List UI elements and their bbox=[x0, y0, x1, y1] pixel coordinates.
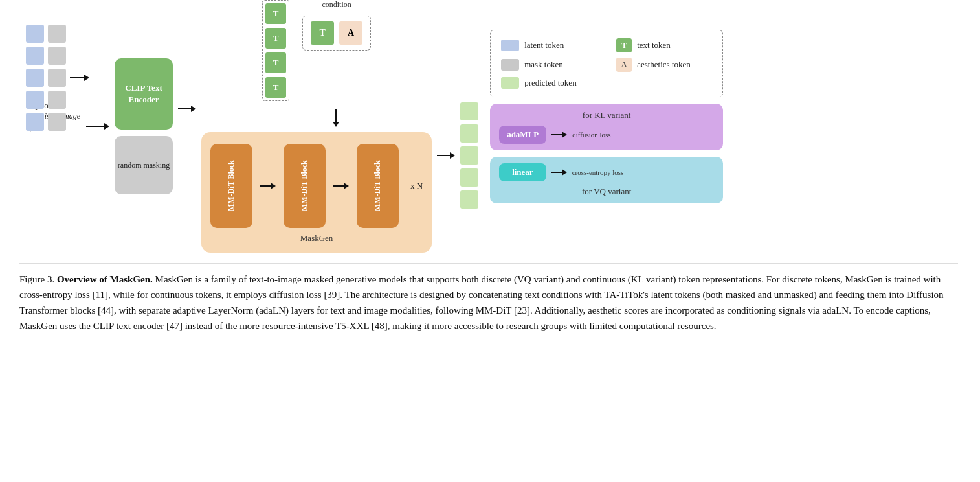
random-masking-label: random masking bbox=[115, 158, 172, 173]
arrow-maskgen-out bbox=[437, 152, 455, 159]
vq-variant-box: linear cross-entropy loss for VQ variant bbox=[490, 157, 723, 203]
left-latent-2 bbox=[26, 47, 44, 65]
left-mask-1 bbox=[48, 25, 66, 43]
cross-entropy-loss-label: cross-entropy loss bbox=[572, 168, 624, 177]
predicted-token-4 bbox=[460, 168, 478, 187]
clip-section: CLIP Text Encoder random masking bbox=[115, 58, 173, 194]
aesthetics-token-swatch: A bbox=[616, 58, 632, 72]
legend-box: latent token T text token mask token A a… bbox=[490, 30, 723, 97]
left-mask-col bbox=[48, 25, 66, 131]
left-latent-3 bbox=[26, 69, 44, 87]
left-mask-5 bbox=[48, 113, 66, 131]
legend-aesthetics-token: A aesthetics token bbox=[616, 58, 712, 72]
adaMLP-box: adaMLP bbox=[499, 126, 546, 144]
top-middle-row: T T T T condition T A bbox=[262, 0, 371, 101]
predicted-token-2 bbox=[460, 124, 478, 143]
legend-latent: latent token bbox=[501, 38, 597, 52]
condition-section: condition T A bbox=[302, 0, 371, 51]
arrow-linear-loss bbox=[551, 169, 567, 176]
dit-block-3: MM-DiT Block bbox=[357, 144, 399, 228]
left-mask-3 bbox=[48, 69, 66, 87]
legend-latent-label: latent token bbox=[524, 40, 564, 51]
diffusion-loss-label: diffusion loss bbox=[572, 130, 610, 139]
figure-bold: Overview of MaskGen. bbox=[57, 274, 153, 284]
legend-mask: mask token bbox=[501, 58, 597, 72]
dit-blocks-row: MM-DiT Block MM-DiT Block bbox=[210, 144, 423, 228]
random-masking-box: random masking bbox=[115, 136, 173, 194]
condition-tokens: T A bbox=[311, 21, 362, 45]
left-mask-4 bbox=[48, 91, 66, 109]
legend-text-token-label: text token bbox=[637, 40, 671, 51]
condition-a-token: A bbox=[339, 21, 362, 45]
condition-t-token: T bbox=[311, 21, 334, 45]
t-token-2: T bbox=[265, 28, 286, 49]
maskgen-label: MaskGen bbox=[300, 233, 333, 244]
legend-aesthetics-label: aesthetics token bbox=[637, 60, 691, 70]
arrow-caption-to-clip bbox=[86, 123, 109, 130]
middle-section: T T T T condition T A bbox=[201, 0, 432, 253]
arrow-dit-1-2 bbox=[260, 183, 276, 189]
arrow-clip-to-tokens bbox=[178, 106, 196, 112]
t-token-1: T bbox=[265, 3, 286, 24]
right-predicted-col bbox=[460, 102, 478, 209]
arrow-adaMLP-loss bbox=[551, 132, 567, 138]
left-mask-2 bbox=[48, 47, 66, 65]
left-latent-1 bbox=[26, 25, 44, 43]
arrow-dit-2-3 bbox=[333, 183, 349, 189]
figure-number: Figure 3. bbox=[19, 274, 54, 284]
predicted-token-5 bbox=[460, 190, 478, 209]
predicted-swatch bbox=[501, 77, 519, 89]
legend-predicted-label: predicted token bbox=[524, 78, 577, 88]
kl-variant-label: for KL variant bbox=[499, 110, 714, 120]
mask-swatch bbox=[501, 59, 519, 71]
t-token-4: T bbox=[265, 77, 286, 98]
latent-swatch bbox=[501, 40, 519, 51]
left-token-cols bbox=[26, 25, 89, 131]
figure-text: MaskGen is a family of text-to-image mas… bbox=[19, 274, 944, 331]
legend-mask-label: mask token bbox=[524, 60, 563, 70]
clip-encoder-label: CLIP Text Encoder bbox=[115, 78, 173, 109]
predicted-token-3 bbox=[460, 146, 478, 165]
clip-encoder-box: CLIP Text Encoder bbox=[115, 58, 173, 130]
vq-inner: linear cross-entropy loss bbox=[499, 163, 623, 181]
t-tokens-col: T T T T bbox=[262, 0, 289, 101]
vq-variant-label: for VQ variant bbox=[499, 187, 714, 197]
dit-block-2: MM-DiT Block bbox=[284, 144, 326, 228]
legend-text-token: T text token bbox=[616, 38, 712, 52]
legend-predicted: predicted token bbox=[501, 77, 597, 89]
text-token-swatch: T bbox=[616, 38, 632, 52]
figure-caption: Figure 3. Overview of MaskGen. MaskGen i… bbox=[19, 263, 958, 334]
left-latent-4 bbox=[26, 91, 44, 109]
predicted-token-1 bbox=[460, 102, 478, 120]
t-token-3: T bbox=[265, 52, 286, 73]
kl-inner: adaMLP diffusion loss bbox=[499, 126, 611, 144]
left-latent-col bbox=[26, 25, 44, 131]
condition-area: T A bbox=[302, 16, 371, 51]
arrow-tokens-to-random bbox=[70, 75, 89, 81]
linear-box: linear bbox=[499, 163, 546, 181]
kl-variant-box: for KL variant adaMLP diffusion loss bbox=[490, 104, 723, 150]
right-side: latent token T text token mask token A a… bbox=[490, 30, 723, 203]
diagram-wrapper: Caption: "This is an image of ..." CLIP … bbox=[19, 6, 961, 253]
dit-block-1: MM-DiT Block bbox=[210, 144, 252, 228]
condition-down-arrow bbox=[333, 109, 339, 127]
x-n-label: x N bbox=[410, 181, 423, 191]
maskgen-container: MM-DiT Block MM-DiT Block bbox=[201, 132, 432, 253]
full-diagram: Caption: "This is an image of ..." CLIP … bbox=[19, 6, 961, 253]
condition-label: condition bbox=[322, 0, 351, 10]
left-latent-5 bbox=[26, 113, 44, 131]
